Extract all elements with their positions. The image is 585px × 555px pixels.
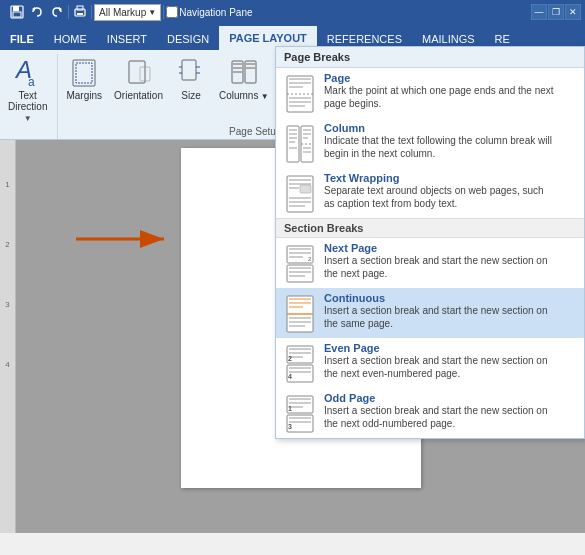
even-page-break-desc: Insert a section break and start the new… — [324, 354, 554, 380]
svg-rect-87 — [289, 421, 311, 423]
break-even-page-item[interactable]: 2 4 Even Page Insert a section break and… — [276, 338, 584, 388]
page-break-icon — [284, 74, 316, 114]
svg-rect-2 — [13, 12, 21, 17]
svg-text:2: 2 — [288, 355, 292, 362]
margins-label: Margins — [66, 90, 102, 102]
tab-file[interactable]: FILE — [0, 28, 44, 50]
svg-rect-57 — [289, 248, 311, 250]
continuous-break-text: Continuous Insert a section break and st… — [324, 292, 554, 330]
margins-button[interactable]: Margins — [62, 56, 106, 104]
arrow-indicator — [76, 225, 176, 257]
tab-home[interactable]: HOME — [44, 28, 97, 50]
tab-design[interactable]: DESIGN — [157, 28, 219, 50]
odd-page-break-text: Odd Page Insert a section break and star… — [324, 392, 554, 430]
nav-pane-area: Navigation Pane — [166, 6, 252, 18]
break-odd-page-item[interactable]: 1 3 Odd Page Insert a section break and … — [276, 388, 584, 438]
size-button[interactable]: Size — [171, 56, 211, 104]
text-direction-icon: A a — [12, 58, 44, 90]
svg-rect-22 — [233, 67, 242, 69]
svg-rect-7 — [77, 13, 83, 15]
orientation-button[interactable]: Orientation — [110, 56, 167, 104]
orientation-icon — [123, 58, 155, 90]
close-button[interactable]: ✕ — [565, 4, 581, 20]
svg-rect-24 — [246, 63, 255, 65]
text-wrapping-break-icon — [284, 174, 316, 214]
svg-rect-62 — [289, 275, 305, 277]
svg-rect-31 — [289, 97, 311, 99]
column-break-title: Column — [324, 122, 554, 134]
svg-rect-48 — [289, 179, 311, 181]
qat-separator-2 — [91, 5, 92, 19]
svg-rect-21 — [233, 63, 242, 65]
restore-button[interactable]: ❐ — [548, 4, 564, 20]
orientation-label: Orientation — [114, 90, 163, 102]
minimize-button[interactable]: — — [531, 4, 547, 20]
titlebar: All Markup ▼ Navigation Pane — ❐ ✕ — [0, 0, 585, 24]
svg-rect-74 — [289, 348, 311, 350]
svg-rect-52 — [289, 197, 311, 199]
column-break-text: Column Indicate that the text following … — [324, 122, 554, 160]
svg-text:1: 1 — [288, 405, 292, 412]
svg-rect-71 — [289, 325, 305, 327]
svg-rect-60 — [289, 267, 311, 269]
svg-rect-40 — [289, 141, 295, 143]
next-page-break-icon: 2 — [284, 244, 316, 284]
svg-rect-67 — [289, 302, 311, 304]
even-page-break-title: Even Page — [324, 342, 554, 354]
qat-separator — [68, 5, 69, 19]
ribbon: A a Text Direction ▼ M — [0, 50, 585, 140]
tab-insert[interactable]: INSERT — [97, 28, 157, 50]
text-direction-button[interactable]: A a Text Direction ▼ — [4, 56, 51, 126]
svg-rect-37 — [289, 129, 297, 131]
markup-arrow: ▼ — [148, 8, 156, 17]
svg-rect-11 — [76, 63, 92, 83]
even-page-break-icon: 2 4 — [284, 344, 316, 384]
odd-page-break-icon: 1 3 — [284, 394, 316, 434]
section-breaks-header: Section Breaks — [276, 218, 584, 238]
svg-rect-12 — [129, 61, 145, 83]
text-wrapping-break-text: Text Wrapping Separate text around objec… — [324, 172, 554, 210]
svg-rect-32 — [289, 101, 311, 103]
columns-icon — [228, 58, 260, 90]
page-break-title: Page — [324, 72, 554, 84]
svg-rect-66 — [289, 298, 311, 300]
window-controls: — ❐ ✕ — [531, 4, 581, 20]
svg-rect-38 — [289, 133, 297, 135]
svg-rect-39 — [289, 137, 297, 139]
svg-rect-59 — [289, 256, 303, 258]
svg-rect-83 — [289, 398, 311, 400]
navigation-pane-checkbox[interactable] — [166, 6, 178, 18]
ruler-mark-2: 2 — [0, 240, 15, 249]
column-break-desc: Indicate that the text following the col… — [324, 134, 554, 160]
svg-rect-68 — [289, 306, 303, 308]
svg-rect-28 — [289, 78, 311, 80]
svg-rect-1 — [13, 6, 19, 11]
undo-button[interactable] — [28, 3, 46, 21]
print-preview-button[interactable] — [71, 3, 89, 21]
margins-icon — [68, 58, 100, 90]
columns-button[interactable]: Columns ▼ — [215, 56, 273, 104]
column-break-icon — [284, 124, 316, 164]
ribbon-group-text: A a Text Direction ▼ — [0, 54, 58, 139]
breaks-dropdown-panel: Page Breaks Page Mark the point at which… — [275, 46, 585, 439]
svg-rect-50 — [289, 187, 299, 189]
save-button[interactable] — [8, 3, 26, 21]
redo-button[interactable] — [48, 3, 66, 21]
break-page-item[interactable]: Page Mark the point at which one page en… — [276, 68, 584, 118]
page-break-text: Page Mark the point at which one page en… — [324, 72, 554, 110]
break-continuous-item[interactable]: Continuous Insert a section break and st… — [276, 288, 584, 338]
markup-dropdown[interactable]: All Markup ▼ — [94, 4, 161, 21]
text-wrapping-break-desc: Separate text around objects on web page… — [324, 184, 554, 210]
svg-rect-46 — [303, 151, 311, 153]
page-break-desc: Mark the point at which one page ends an… — [324, 84, 554, 110]
break-next-page-item[interactable]: 2 Next Page Insert a section break and s… — [276, 238, 584, 288]
svg-rect-30 — [289, 86, 303, 88]
break-column-item[interactable]: Column Indicate that the text following … — [276, 118, 584, 168]
page-breaks-header: Page Breaks — [276, 47, 584, 68]
continuous-break-icon — [284, 294, 316, 334]
svg-rect-70 — [289, 321, 311, 323]
break-text-wrapping-item[interactable]: Text Wrapping Separate text around objec… — [276, 168, 584, 218]
next-page-break-text: Next Page Insert a section break and sta… — [324, 242, 554, 280]
svg-rect-75 — [289, 352, 311, 354]
ruler-mark-4: 4 — [0, 360, 15, 369]
